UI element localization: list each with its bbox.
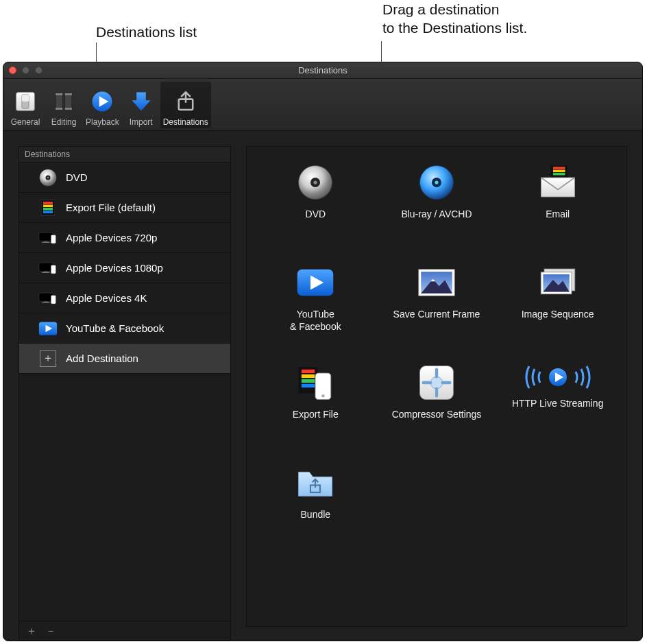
destination-tile-label: YouTube& Facebook [290,309,341,333]
film-phone-icon [296,363,334,402]
title-bar: Destinations [3,62,642,79]
toolbar-tab-label: Editing [51,117,77,127]
destination-tile[interactable]: Compressor Settings [379,363,495,439]
http-stream-icon [525,363,591,391]
disc-blue-icon [417,163,456,202]
sidebar-footer: ＋ － [19,621,230,640]
play-icon [90,90,114,113]
destination-tile[interactable]: Export File [258,363,374,439]
destination-tile[interactable]: Blu-ray / AVCHD [379,163,495,239]
list-item-label: Apple Devices 1080p [66,262,163,274]
callout-drag-destination: Drag a destination to the Destinations l… [382,0,527,38]
destination-tile[interactable]: HTTP Live Streaming [500,363,615,439]
toolbar-tab-general[interactable]: General [6,82,45,128]
callout-label: to the Destinations list. [382,19,527,37]
callout-destinations-list: Destinations list [96,24,197,40]
toolbar-tab-label: Destinations [163,117,208,127]
destinations-sidebar: Destinations DVDExport File (default)App… [19,146,231,641]
disc-icon [296,163,334,202]
toolbar-tab-label: Playback [86,117,119,127]
destination-tile[interactable]: Email [500,163,615,239]
destination-tile-label: Email [546,208,570,221]
download-icon [130,90,153,113]
toolbar-tab-editing[interactable]: Editing [45,82,83,128]
share-icon [174,90,197,113]
list-item-label: YouTube & Facebook [66,322,164,334]
youtube-icon [38,319,58,338]
folder-share-icon [296,464,334,502]
destinations-grid: DVDBlu-ray / AVCHDEmailYouTube& Facebook… [258,163,615,539]
destination-tile-label: Image Sequence [522,309,594,321]
picture-stack-icon [539,263,577,302]
destination-tile-label: Compressor Settings [392,409,482,421]
picture-stack-icon [539,263,577,302]
list-item[interactable]: YouTube & Facebook [19,313,230,344]
preferences-window: Destinations GeneralEditingPlaybackImpor… [3,62,643,641]
callout-label: Destinations list [96,24,197,40]
callout-label: Drag a destination [382,0,527,19]
youtube-icon [296,263,334,302]
destination-tile[interactable]: DVD [258,163,374,239]
toolbar-tab-playback[interactable]: Playback [83,82,122,128]
picture-icon [417,263,456,302]
folder-share-icon [296,464,334,502]
envelope-icon [539,163,577,202]
destination-tile-label: Blu-ray / AVCHD [401,208,472,221]
compressor-icon [417,363,456,402]
destination-tile[interactable]: Image Sequence [500,263,615,339]
http-stream-icon [525,363,591,391]
destinations-list[interactable]: DVDExport File (default)Apple Devices 72… [19,163,230,621]
play-icon [90,90,114,113]
clip-icon [52,90,75,113]
remove-button[interactable]: － [45,625,56,636]
toolbar-tab-import[interactable]: Import [122,82,160,128]
destination-tile[interactable]: YouTube& Facebook [258,263,374,339]
share-icon [174,90,197,113]
plus-box-icon: ＋ [38,349,58,368]
toolbar-tab-label: General [11,117,40,127]
envelope-icon [539,163,577,202]
destination-tile-label: HTTP Live Streaming [512,398,604,410]
destination-tile[interactable]: Bundle [258,464,374,539]
destination-tile-label: Bundle [301,509,331,521]
list-item-label: Apple Devices 4K [66,292,147,304]
picture-icon [417,263,456,302]
toolbar-tab-destinations[interactable]: Destinations [160,82,211,128]
list-item-label: Apple Devices 720p [66,232,157,243]
preferences-toolbar: GeneralEditingPlaybackImportDestinations [3,79,642,131]
clip-icon [52,90,75,113]
window-title: Destinations [3,65,642,75]
destinations-grid-panel: DVDBlu-ray / AVCHDEmailYouTube& Facebook… [246,146,627,627]
list-item-label: Export File (default) [66,202,156,213]
destination-tile-label: Export File [293,409,339,421]
list-item-label: DVD [66,171,88,183]
content-area: Destinations DVDExport File (default)App… [3,131,642,641]
youtube-icon [296,263,334,302]
disc-blue-icon [417,163,456,202]
switch-icon [14,90,37,113]
sidebar-header: Destinations [19,147,230,163]
toolbar-tab-label: Import [130,117,153,127]
destination-tile-label: DVD [306,208,326,221]
add-button[interactable]: ＋ [26,625,37,636]
download-icon [130,90,153,113]
switch-icon [14,90,37,113]
disc-icon [296,163,334,202]
destination-tile-label: Save Current Frame [393,309,480,321]
film-phone-icon [296,363,334,402]
compressor-icon [417,363,456,402]
list-item-label: Add Destination [66,353,138,364]
destination-tile[interactable]: Save Current Frame [379,263,495,339]
